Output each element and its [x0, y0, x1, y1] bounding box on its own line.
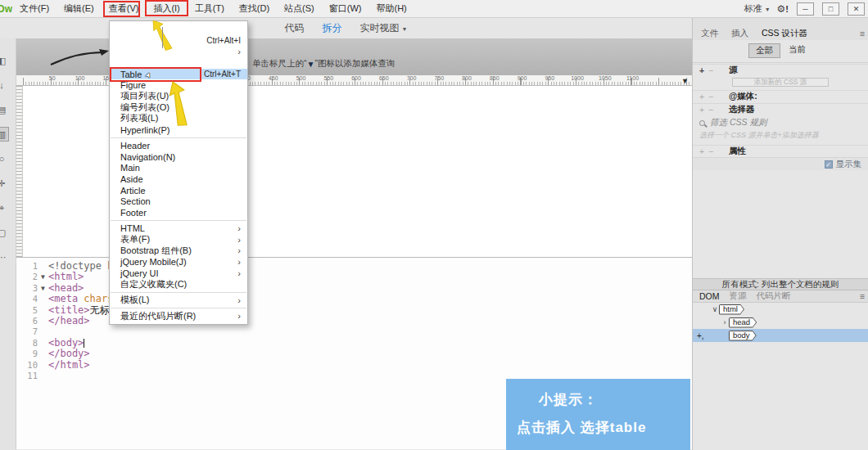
tool-rail-icon[interactable]: ○	[0, 151, 9, 166]
tool-rail-icon[interactable]: ▤	[0, 102, 9, 117]
insert-menu-item-jquery-ui[interactable]: jQuery UI›	[110, 268, 247, 279]
expander-icon[interactable]: ›	[721, 318, 729, 326]
menu-item-label: jQuery Mobile(J)	[120, 257, 237, 267]
tool-rail-icon[interactable]: ↓	[0, 78, 9, 92]
insert-menu-item--l-[interactable]: 列表项(L)	[110, 113, 247, 124]
insert-menu-item--o-[interactable]: 编号列表(O)	[110, 102, 247, 114]
scope-current-button[interactable]: 当前	[782, 43, 812, 58]
css-rule-filter[interactable]: 筛选 CSS 规则	[693, 117, 868, 128]
tool-rail-icon[interactable]: ▥	[0, 127, 9, 142]
view-mode-1[interactable]: 拆分	[323, 21, 342, 35]
view-mode-2[interactable]: 实时视图▼	[360, 21, 408, 35]
menubar-item-help[interactable]: 帮助(H)	[369, 1, 414, 16]
menubar-item-view[interactable]: 查看(V)	[102, 1, 147, 16]
ruler-label: 850	[490, 75, 500, 81]
insert-menu-item--l-[interactable]: 模板(L)›	[110, 295, 247, 306]
menu-item-label: Aside	[120, 174, 241, 184]
dom-node-html[interactable]: ∨html	[693, 303, 868, 316]
insert-menu-item-bootstrap-b-[interactable]: Bootstrap 组件(B)›	[110, 245, 247, 257]
menubar-item-window[interactable]: 窗口(W)	[322, 1, 369, 16]
dom-tab-资源[interactable]: 资源	[730, 290, 747, 302]
insert-menu-item-header[interactable]: Header	[110, 140, 247, 151]
minimize-button[interactable]: ─	[797, 2, 814, 16]
code-text: <html>	[48, 272, 84, 282]
menubar-item-file[interactable]: 文件(F)	[12, 1, 57, 16]
panel-tab-CSS-设计器[interactable]: CSS 设计器	[762, 28, 807, 39]
panel-menu-icon[interactable]: ≡	[860, 291, 865, 301]
element-chip[interactable]: body	[729, 331, 757, 341]
insert-menu-item-article[interactable]: Article	[110, 185, 247, 196]
add-property-icon[interactable]: +	[699, 146, 708, 156]
menubar-item-edit[interactable]: 编辑(E)	[57, 1, 102, 16]
dom-tab-代码片断[interactable]: 代码片断	[757, 290, 791, 302]
code-token: </head>	[48, 315, 90, 326]
sync-settings[interactable]: ⚙!	[777, 3, 789, 15]
insert-menu-item-navigation-n-[interactable]: Navigation(N)	[110, 151, 247, 163]
line-number: 1	[16, 261, 38, 272]
dreamweaver-window: Dw 文件(F)编辑(E)查看(V)插入(I)工具(T)查找(D)站点(S)窗口…	[0, 0, 868, 450]
insert-menu-item--c-[interactable]: 自定义收藏夹(C)	[110, 278, 247, 290]
insert-menu-item[interactable]	[110, 57, 247, 69]
remove-media-icon[interactable]: −	[708, 92, 717, 101]
insert-menu-item-figure[interactable]: Figure	[110, 79, 247, 91]
code-line[interactable]: 9</body>	[16, 349, 692, 359]
add-media-query-icon[interactable]: ▼	[681, 77, 689, 85]
code-line[interactable]: 10</html>	[16, 360, 692, 371]
insert-menu-item--u-[interactable]: 项目列表(U)	[110, 91, 247, 102]
scope-all-button[interactable]: 全部	[748, 43, 780, 58]
tool-rail-icon[interactable]: ✛	[0, 176, 9, 191]
add-element-icon[interactable]: +,	[697, 331, 704, 340]
element-chip[interactable]: head	[729, 317, 757, 328]
insert-menu-item-table[interactable]: Table➤Ctrl+Alt+T	[110, 69, 247, 80]
tip-body: 点击插入 选择table	[517, 418, 646, 437]
fold-gutter	[38, 326, 48, 337]
menubar-item-find[interactable]: 查找(D)	[232, 1, 277, 16]
menubar-item-tools[interactable]: 工具(T)	[188, 1, 232, 16]
remove-property-icon[interactable]: −	[708, 146, 717, 156]
add-media-icon[interactable]: +	[699, 92, 708, 101]
ruler-label: 100	[75, 75, 85, 81]
submenu-arrow-icon: ›	[237, 311, 241, 321]
insert-menu-item--f-[interactable]: 表单(F)›	[110, 234, 247, 245]
insert-menu-item-html[interactable]: HTML›	[110, 223, 247, 235]
menubar-item-insert[interactable]: 插入(I)	[146, 1, 187, 16]
code-line[interactable]: 7	[16, 326, 692, 337]
fold-arrow-icon[interactable]: ▼	[38, 272, 48, 282]
insert-menu-item-main[interactable]: Main	[110, 163, 247, 174]
expander-icon[interactable]: ∨	[711, 305, 719, 313]
menu-item-label: 自定义收藏夹(C)	[120, 278, 241, 290]
panel-tab-插入[interactable]: 插入	[731, 28, 748, 39]
add-css-source-button[interactable]: 添加新的 CSS 源	[732, 78, 829, 87]
insert-menu-item-jquery-mobile-j-[interactable]: jQuery Mobile(J)›	[110, 256, 247, 268]
insert-menu-item-section[interactable]: Section	[110, 196, 247, 207]
insert-menu-item[interactable]: Ctrl+Alt+I	[110, 35, 247, 47]
close-button[interactable]: ✕	[848, 2, 865, 16]
insert-menu-item--r-[interactable]: 最近的代码片断(R)›	[110, 311, 247, 322]
tool-rail-icon[interactable]: ⌖	[0, 200, 9, 215]
tool-rail-icon[interactable]: ⋯	[0, 250, 9, 264]
add-selector-icon[interactable]: +	[699, 105, 708, 115]
insert-menu-item-aside[interactable]: Aside	[110, 173, 247, 185]
add-source-icon[interactable]: +	[699, 65, 708, 75]
menubar-item-site[interactable]: 站点(S)	[277, 1, 322, 16]
dom-node-head[interactable]: ›head	[693, 316, 868, 329]
fold-arrow-icon[interactable]: ▼	[38, 283, 48, 294]
view-mode-0[interactable]: 代码	[285, 21, 305, 35]
remove-selector-icon[interactable]: −	[708, 105, 717, 115]
dom-tab-DOM[interactable]: DOM	[699, 291, 720, 301]
element-chip[interactable]: html	[719, 304, 744, 315]
show-set-checkbox[interactable]: ✓	[825, 160, 833, 169]
workspace-switcher[interactable]: 标准▼	[744, 2, 771, 15]
insert-menu-item-hyperlink-p-[interactable]: Hyperlink(P)	[110, 124, 247, 136]
panel-tab-文件[interactable]: 文件	[701, 28, 718, 39]
maximize-button[interactable]: □	[822, 2, 839, 16]
insert-menu-item-footer[interactable]: Footer	[110, 207, 247, 218]
code-line[interactable]: 8<body>	[16, 338, 692, 349]
ruler-label: 1050	[599, 75, 612, 81]
insert-menu-item[interactable]: ›	[110, 47, 247, 58]
tool-rail-icon[interactable]: ◧	[0, 53, 9, 68]
panel-menu-icon[interactable]: ≡	[860, 29, 865, 38]
tool-rail-icon[interactable]: ▢	[0, 225, 9, 240]
remove-source-icon[interactable]: −	[708, 65, 717, 75]
dom-node-body[interactable]: +,body	[693, 329, 868, 342]
